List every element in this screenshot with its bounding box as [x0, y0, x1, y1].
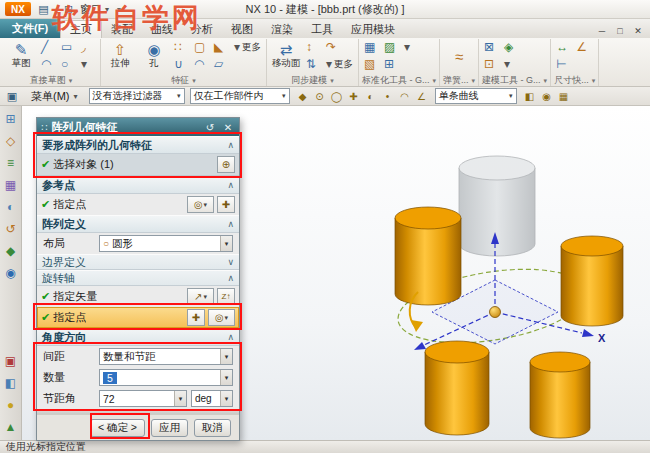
axis-specify-point-row[interactable]: ✔ 指定点 ✚ ◎ ▾	[37, 307, 239, 328]
move-face-button[interactable]: ⇄移动面	[270, 39, 302, 73]
cancel-button[interactable]: 取消	[194, 419, 231, 437]
pattern-feature-button[interactable]: ∷	[172, 39, 190, 55]
center-point-handle[interactable]	[490, 307, 501, 318]
spacing-dropdown[interactable]: 数量和节距 ▾	[99, 348, 233, 365]
feature-more-button[interactable]: ▾更多	[232, 39, 263, 55]
materials-icon[interactable]: ▣	[3, 353, 19, 369]
modeling-more-button[interactable]: ▾	[502, 56, 520, 72]
apply-button[interactable]: 应用	[151, 419, 188, 437]
show-hide-icon[interactable]: ◉	[539, 88, 555, 104]
replace-face-button[interactable]: ↷	[324, 39, 355, 55]
pitch-angle-input[interactable]: 72 ▾	[99, 390, 187, 407]
std-tool-2-button[interactable]: ▧	[362, 56, 380, 72]
sketch-arc-button[interactable]: ◠	[39, 56, 57, 72]
sketch-fillet-button[interactable]: ◞	[79, 39, 97, 55]
tab-home[interactable]: 主页	[60, 20, 102, 38]
sketch-more-button[interactable]: ▾	[79, 56, 97, 72]
process-studio-icon[interactable]: ◆	[3, 243, 19, 259]
spring-tool-button[interactable]: ≈	[443, 39, 475, 73]
dialog-close-button[interactable]: ✕	[221, 122, 235, 133]
axis-point-dialog-button[interactable]: ✚	[187, 309, 205, 326]
std-more-button[interactable]: ▾	[402, 39, 420, 55]
zc-axis-button[interactable]: Z↑	[217, 288, 235, 305]
modeling-tool-1-button[interactable]: ⊠	[482, 39, 500, 55]
shell-button[interactable]: ▢	[192, 39, 210, 55]
web-browser-icon[interactable]: ◉	[3, 265, 19, 281]
quick-access-overflow-icon[interactable]: ▾	[117, 5, 121, 14]
minimize-button[interactable]: ─	[593, 23, 611, 38]
tab-curve[interactable]: 曲线	[142, 20, 182, 38]
layout-dropdown[interactable]: ○ 圆形 ▾	[99, 235, 233, 252]
cylinder-bottom-right[interactable]	[530, 352, 590, 438]
cylinder-bottom-left[interactable]	[425, 341, 489, 435]
add-object-button[interactable]: ⊕	[217, 156, 235, 173]
std-tool-3-button[interactable]: ▨	[382, 39, 400, 55]
ok-button[interactable]: < 确定 >	[90, 419, 145, 437]
roles-icon[interactable]: ●	[3, 397, 19, 413]
pull-face-button[interactable]: ↕	[304, 39, 322, 55]
snap-quadrant-icon[interactable]: ◐	[363, 88, 379, 104]
touch-mode-icon[interactable]: ▲	[3, 419, 19, 435]
sketch-rectangle-button[interactable]: ▭	[59, 39, 77, 55]
dim-tool-3-button[interactable]: ∠	[574, 39, 592, 55]
sync-more-button[interactable]: ▾更多	[324, 56, 355, 72]
selection-scope-dropdown[interactable]: 仅在工作部件内 ▾	[190, 88, 290, 104]
datum-plane-button[interactable]: ▱	[212, 56, 230, 72]
vector-dropdown[interactable]: ↗ ▾	[187, 288, 214, 305]
dialog-reset-button[interactable]: ↺	[203, 122, 217, 133]
ribbon-group-label-synchronous[interactable]: 同步建模▾	[270, 74, 355, 87]
section-boundary-definition[interactable]: 边界定义 ∨	[37, 254, 239, 270]
ribbon-group-label-standardize[interactable]: 标准化工具 - G...▾	[362, 74, 436, 87]
pitch-unit-dropdown[interactable]: deg ▾	[191, 390, 233, 407]
unite-button[interactable]: ∪	[172, 56, 190, 72]
tab-application[interactable]: 应用模块	[342, 20, 404, 38]
snap-center-icon[interactable]: ◯	[329, 88, 345, 104]
std-tool-4-button[interactable]: ⊞	[382, 56, 400, 72]
section-geometry-to-pattern[interactable]: 要形成阵列的几何特征 ∧	[37, 136, 239, 154]
section-pattern-definition[interactable]: 阵列定义 ∧	[37, 215, 239, 233]
ribbon-group-label-direct-sketch[interactable]: 直接草图▾	[5, 74, 97, 87]
highlight-tool-icon[interactable]: ◧	[522, 88, 538, 104]
menu-box-icon[interactable]: ▣	[4, 88, 20, 104]
view-tool-icon[interactable]: ▦	[556, 88, 572, 104]
history-icon[interactable]: ↺	[3, 221, 19, 237]
save-icon[interactable]: ▤	[35, 2, 52, 17]
count-input[interactable]: 5 ▾	[99, 369, 233, 386]
modeling-tool-3-button[interactable]: ◈	[502, 39, 520, 55]
sketch-button[interactable]: ✎草图	[5, 39, 37, 73]
file-menu-button[interactable]: 文件(F)	[0, 19, 60, 38]
visualization-icon[interactable]: ◧	[3, 375, 19, 391]
close-window-button[interactable]: ✕	[629, 23, 647, 38]
section-rotation-axis[interactable]: 旋转轴 ∧	[37, 270, 239, 286]
window-menu[interactable]: ⊞ 窗口 ▾	[56, 1, 113, 17]
menu-button[interactable]: 菜单(M) ▾	[25, 88, 84, 105]
reference-specify-point-row[interactable]: ✔ 指定点 ◎ ▾ ✚	[37, 194, 239, 215]
constraint-navigator-icon[interactable]: ◇	[3, 133, 19, 149]
section-angular-direction[interactable]: 角度方向 ∧	[37, 328, 239, 346]
reuse-library-icon[interactable]: ▦	[3, 177, 19, 193]
curve-rule-dropdown[interactable]: 单条曲线 ▾	[435, 88, 517, 104]
sketch-line-button[interactable]: ╱	[39, 39, 57, 55]
ribbon-group-label-feature[interactable]: 特征▾	[104, 74, 263, 87]
select-object-row[interactable]: ✔ 选择对象 (1) ⊕	[37, 154, 239, 176]
cylinder-right[interactable]	[561, 236, 623, 326]
snap-intersection-icon[interactable]: ✚	[346, 88, 362, 104]
cylinder-left[interactable]	[395, 207, 461, 305]
axis-inferred-point-dropdown[interactable]: ◎ ▾	[208, 309, 235, 326]
ribbon-group-label-spring[interactable]: 弹簧...▾	[443, 74, 475, 87]
extrude-button[interactable]: ⇧拉伸	[104, 39, 136, 73]
dialog-header[interactable]: ∷ 阵列几何特征 ↺ ✕	[37, 118, 239, 136]
snap-angle-icon[interactable]: ∠	[414, 88, 430, 104]
inferred-point-dropdown[interactable]: ◎ ▾	[187, 196, 214, 213]
chamfer-button[interactable]: ◣	[212, 39, 230, 55]
edge-blend-button[interactable]: ◠	[192, 56, 210, 72]
assembly-navigator-icon[interactable]: ⊞	[3, 111, 19, 127]
tab-analysis[interactable]: 分析	[182, 20, 222, 38]
selection-filter-dropdown[interactable]: 没有选择过滤器 ▾	[89, 88, 185, 104]
point-dialog-button[interactable]: ✚	[217, 196, 235, 213]
modeling-tool-2-button[interactable]: ⊡	[482, 56, 500, 72]
restore-button[interactable]: □	[611, 23, 629, 38]
dim-tool-2-button[interactable]: ⊢	[554, 56, 572, 72]
snap-endpoint-icon[interactable]: ◆	[295, 88, 311, 104]
dim-tool-1-button[interactable]: ↔	[554, 39, 572, 55]
